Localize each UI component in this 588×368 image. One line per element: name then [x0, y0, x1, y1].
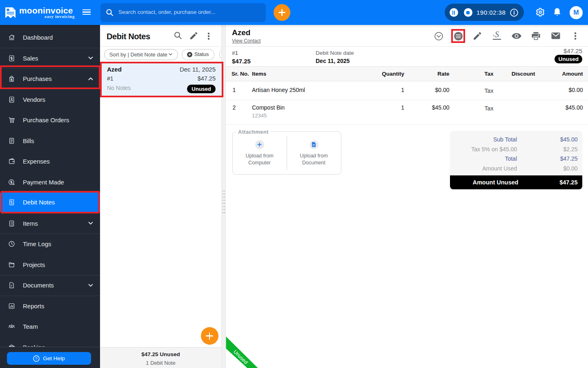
- svg-text:x: x: [493, 33, 494, 37]
- svg-text:?: ?: [36, 356, 38, 361]
- svg-text:S: S: [495, 30, 499, 39]
